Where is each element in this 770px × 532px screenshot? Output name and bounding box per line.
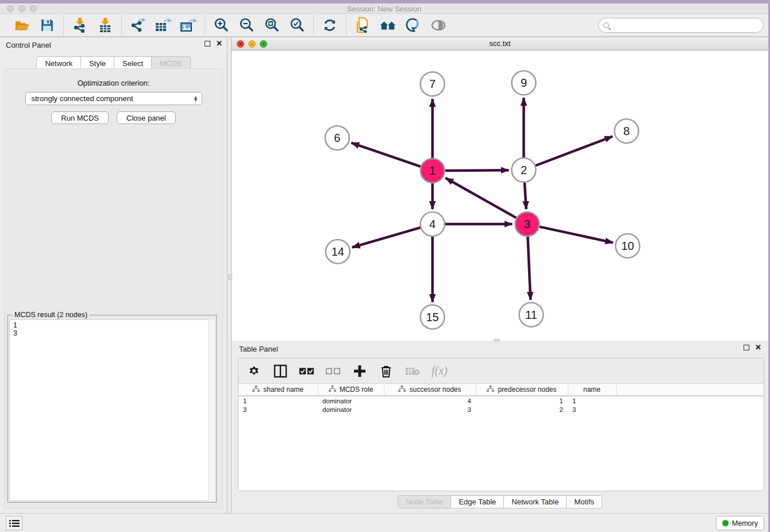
node-table: shared nameMCDS rolesuccessor nodesprede… — [238, 384, 764, 414]
memory-button[interactable]: Memory — [716, 516, 764, 530]
table-panel-title: Table Panel — [239, 345, 278, 353]
graph-edge-2-3[interactable] — [525, 183, 526, 209]
graph-edge-4-14[interactable] — [352, 228, 421, 248]
cell-MCDS-role[interactable]: dominator — [318, 396, 384, 405]
graph-node-15[interactable]: 15 — [421, 305, 445, 329]
run-mcds-button[interactable]: Run MCDS — [51, 111, 109, 124]
select-all-icon[interactable] — [299, 364, 314, 379]
export-image-icon[interactable] — [180, 17, 197, 34]
graph-edge-3-10[interactable] — [540, 227, 613, 243]
delete-column-icon[interactable] — [379, 364, 394, 379]
tab-node-table[interactable]: Node Table — [398, 495, 452, 508]
duplicate-network-icon[interactable] — [354, 17, 371, 34]
mcds-result-textarea[interactable]: 1 3 — [9, 319, 215, 501]
save-session-icon[interactable] — [38, 17, 56, 34]
table-toolbar: f(x) — [238, 358, 764, 384]
refresh-layout-icon[interactable] — [321, 17, 338, 34]
column-header-MCDS-role[interactable]: MCDS role — [318, 384, 384, 396]
float-table-panel-icon[interactable] — [744, 345, 749, 350]
graph-node-3[interactable]: 3 — [515, 212, 539, 236]
apply-style-icon[interactable] — [405, 17, 422, 34]
network-canvas[interactable]: 7968124314101511 — [232, 51, 768, 341]
tab-edge-table[interactable]: Edge Table — [451, 495, 504, 508]
first-neighbors-icon[interactable] — [379, 17, 396, 34]
graph-edge-2-8[interactable] — [536, 136, 613, 165]
graph-node-6[interactable]: 6 — [325, 126, 349, 150]
tab-network-table[interactable]: Network Table — [504, 495, 567, 508]
column-header-shared-name[interactable]: shared name — [238, 384, 318, 396]
graph-node-7[interactable]: 7 — [421, 72, 445, 96]
delete-table-icon[interactable] — [405, 364, 420, 379]
graph-node-8[interactable]: 8 — [614, 119, 638, 143]
graph-edge-3-1[interactable] — [445, 178, 516, 218]
export-table-icon[interactable] — [155, 17, 172, 34]
node-table-container: f(x) shared nameMCDS rolesuccessor nodes… — [238, 358, 764, 491]
vertical-splitter-grip[interactable] — [228, 275, 232, 280]
column-header-successor-nodes[interactable]: successor nodes — [384, 384, 476, 396]
export-network-icon[interactable] — [129, 17, 147, 34]
graph-edge-1-2[interactable] — [445, 170, 509, 171]
svg-text:14: 14 — [332, 245, 344, 258]
search-box[interactable] — [598, 18, 764, 33]
window-title: Session: New Session — [0, 5, 768, 13]
zoom-out-icon[interactable] — [238, 17, 255, 34]
table-panel: Table Panel ✕ — [231, 342, 768, 513]
cell-predecessor-nodes[interactable]: 1 — [476, 396, 568, 405]
main-toolbar — [0, 14, 768, 37]
search-input[interactable] — [613, 21, 763, 29]
table-row[interactable]: 1dominator411 — [238, 396, 764, 405]
column-layout-icon[interactable] — [273, 364, 288, 379]
function-builder-icon[interactable]: f(x) — [432, 364, 448, 377]
graph-node-2[interactable]: 2 — [511, 158, 536, 182]
zoom-in-icon[interactable] — [213, 17, 230, 34]
svg-text:15: 15 — [426, 311, 439, 323]
svg-text:6: 6 — [334, 132, 340, 144]
cell-MCDS-role[interactable]: dominator — [318, 405, 384, 414]
close-table-panel-icon[interactable]: ✕ — [755, 345, 761, 350]
settings-gear-icon[interactable] — [247, 364, 261, 379]
graph-node-10[interactable]: 10 — [615, 234, 640, 258]
graph-node-14[interactable]: 14 — [326, 240, 350, 264]
column-header-predecessor-nodes[interactable]: predecessor nodes — [476, 384, 568, 396]
zoom-fit-icon[interactable] — [263, 17, 280, 34]
column-header-name[interactable]: name — [568, 384, 616, 396]
cell-name[interactable]: 1 — [568, 396, 616, 405]
tab-motifs[interactable]: Motifs — [567, 495, 602, 508]
cell-successor-nodes[interactable]: 4 — [384, 396, 476, 405]
graph-node-1[interactable]: 1 — [421, 159, 445, 183]
criterion-dropdown[interactable]: strongly connected component ▲▼ — [25, 92, 202, 105]
mcds-result-title: MCDS result (2 nodes) — [12, 311, 90, 319]
deselect-all-icon[interactable] — [326, 364, 341, 379]
table-row[interactable]: 3dominator323 — [238, 405, 764, 414]
graph-node-11[interactable]: 11 — [519, 303, 543, 327]
cell-name[interactable]: 3 — [568, 405, 616, 414]
close-panel-button[interactable]: Close panel — [117, 111, 176, 124]
mcds-panel: Optimization criterion: strongly connect… — [4, 68, 223, 508]
float-panel-icon[interactable] — [205, 41, 210, 47]
cell-shared-name[interactable]: 1 — [238, 396, 318, 405]
optimization-criterion-label: Optimization criterion: — [5, 79, 222, 87]
hierarchy-icon — [329, 385, 336, 394]
import-network-icon[interactable] — [71, 17, 88, 34]
cell-successor-nodes[interactable]: 3 — [384, 405, 476, 414]
open-file-icon[interactable] — [13, 17, 30, 34]
table-tabs: Node TableEdge TableNetwork TableMotifs — [232, 495, 768, 508]
import-table-icon[interactable] — [97, 17, 114, 34]
window-titlebar: Session: New Session — [0, 3, 768, 14]
svg-text:7: 7 — [429, 78, 436, 90]
show-hide-icon[interactable] — [430, 17, 447, 34]
graph-edge-3-11[interactable] — [528, 237, 530, 300]
close-panel-icon[interactable]: ✕ — [216, 41, 222, 47]
task-history-button[interactable] — [6, 516, 22, 530]
cell-predecessor-nodes[interactable]: 2 — [476, 405, 568, 414]
graph-edge-1-6[interactable] — [351, 143, 420, 167]
dropdown-stepper-icon: ▲▼ — [194, 96, 198, 102]
result-scrollbar[interactable] — [208, 319, 215, 501]
add-column-icon[interactable] — [352, 364, 367, 379]
svg-text:2: 2 — [521, 164, 527, 176]
graph-node-9[interactable]: 9 — [511, 71, 536, 95]
graph-node-4[interactable]: 4 — [421, 212, 445, 236]
zoom-selected-icon[interactable] — [288, 17, 306, 34]
cell-shared-name[interactable]: 3 — [238, 405, 318, 414]
status-bar: Memory — [0, 513, 768, 532]
